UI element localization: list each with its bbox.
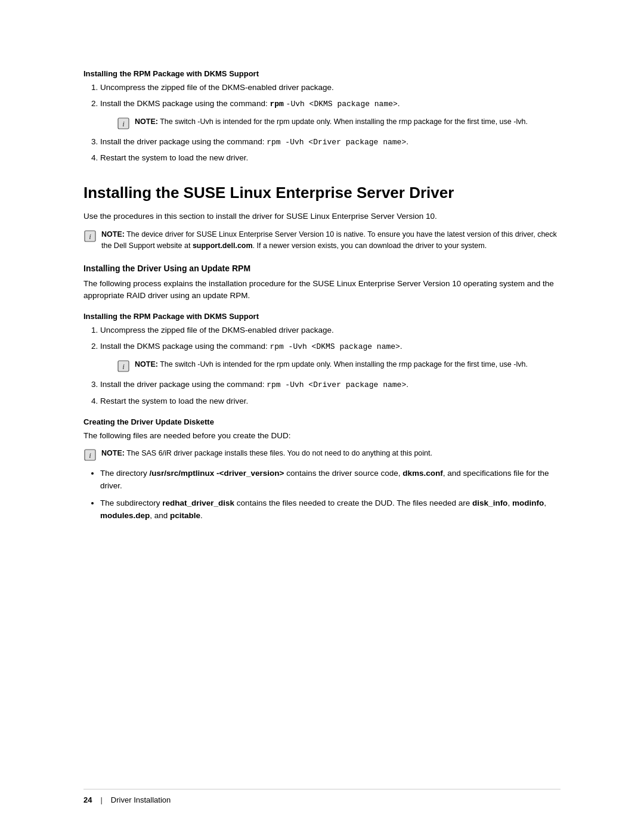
section-update-rpm: Installing the Driver Using an Update RP… bbox=[83, 264, 561, 523]
top-spacer bbox=[83, 48, 561, 60]
step-2-suse: Install the DKMS package using the comma… bbox=[100, 340, 561, 373]
section-rpm-dkms-top: Installing the RPM Package with DKMS Sup… bbox=[83, 69, 561, 165]
svg-text:i: i bbox=[122, 119, 125, 128]
footer-divider: | bbox=[100, 795, 102, 804]
note-text-step2-top: NOTE: The switch -Uvh is intended for th… bbox=[135, 116, 528, 128]
steps-list-top: Uncompress the zipped file of the DKMS-e… bbox=[100, 82, 561, 165]
note-box-dud: i NOTE: The SAS 6/iR driver package inst… bbox=[83, 448, 561, 462]
sub-heading-update-rpm: Installing the Driver Using an Update RP… bbox=[83, 264, 561, 273]
main-heading-suse: Installing the SUSE Linux Enterprise Ser… bbox=[83, 184, 561, 202]
step-1-suse: Uncompress the zipped file of the DKMS-e… bbox=[100, 324, 561, 337]
step-4-top: Restart the system to load the new drive… bbox=[100, 152, 561, 165]
note-icon-dud: i bbox=[83, 448, 97, 462]
dud-intro: The following files are needed before yo… bbox=[83, 430, 561, 442]
note-text-step2-suse: NOTE: The switch -Uvh is intended for th… bbox=[135, 359, 528, 370]
footer: 24 | Driver Installation bbox=[83, 789, 561, 804]
suse-intro: Use the procedures in this section to in… bbox=[83, 210, 561, 223]
footer-text: Driver Installation bbox=[111, 795, 171, 804]
step-1-top: Uncompress the zipped file of the DKMS-e… bbox=[100, 82, 561, 94]
minor-heading-rpm-suse: Installing the RPM Package with DKMS Sup… bbox=[83, 312, 561, 321]
note-text-dud: NOTE: The SAS 6/iR driver package instal… bbox=[101, 448, 432, 459]
page: Installing the RPM Package with DKMS Sup… bbox=[0, 0, 644, 833]
minor-heading-dud: Creating the Driver Update Diskette bbox=[83, 417, 561, 426]
note-text-suse: NOTE: The device driver for SUSE Linux E… bbox=[101, 229, 561, 252]
steps-list-suse: Uncompress the zipped file of the DKMS-e… bbox=[100, 324, 561, 407]
note-box-step2-suse: i NOTE: The switch -Uvh is intended for … bbox=[117, 359, 561, 373]
step-4-suse: Restart the system to load the new drive… bbox=[100, 395, 561, 408]
svg-text:i: i bbox=[89, 232, 91, 241]
note-box-step2-top: i NOTE: The switch -Uvh is intended for … bbox=[117, 116, 561, 130]
dud-bullet-1: The directory /usr/src/mptlinux -<driver… bbox=[100, 467, 561, 493]
update-rpm-intro: The following process explains the insta… bbox=[83, 278, 561, 303]
section-dud: Creating the Driver Update Diskette The … bbox=[83, 417, 561, 523]
note-icon-step2-top: i bbox=[117, 117, 130, 130]
dud-bullet-2: The subdirectory redhat_driver_disk cont… bbox=[100, 497, 561, 522]
note-icon-suse: i bbox=[83, 230, 97, 243]
note-box-suse: i NOTE: The device driver for SUSE Linux… bbox=[83, 229, 561, 252]
svg-text:i: i bbox=[122, 362, 125, 371]
section-rpm-dkms-suse: Installing the RPM Package with DKMS Sup… bbox=[83, 312, 561, 407]
footer-page-number: 24 bbox=[83, 795, 92, 804]
svg-text:i: i bbox=[89, 451, 91, 460]
section-suse: Installing the SUSE Linux Enterprise Ser… bbox=[83, 184, 561, 522]
dud-bullets: The directory /usr/src/mptlinux -<driver… bbox=[100, 467, 561, 522]
minor-heading-rpm-top: Installing the RPM Package with DKMS Sup… bbox=[83, 69, 561, 78]
step-3-top: Install the driver package using the com… bbox=[100, 136, 561, 148]
step-2-top: Install the DKMS package using the comma… bbox=[100, 98, 561, 130]
note-icon-step2-suse: i bbox=[117, 360, 130, 373]
step-3-suse: Install the driver package using the com… bbox=[100, 379, 561, 391]
